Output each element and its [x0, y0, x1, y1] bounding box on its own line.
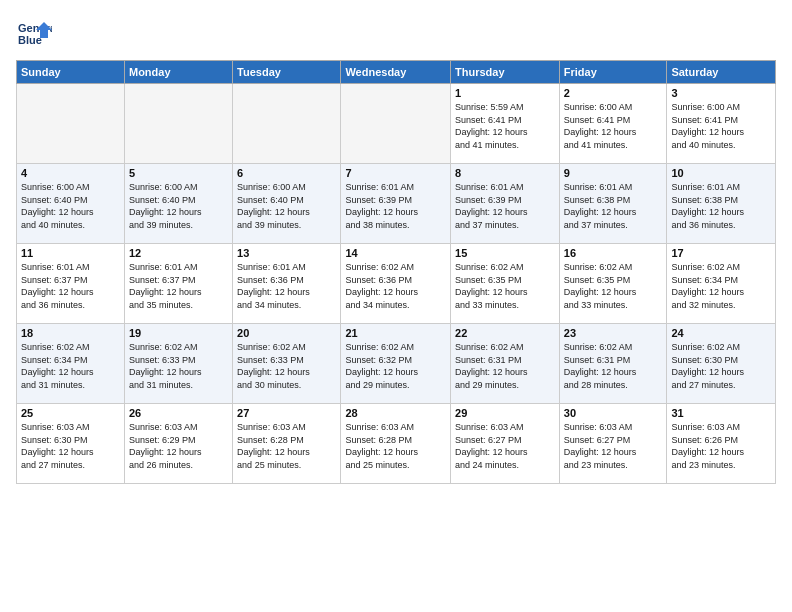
- calendar-cell: 22Sunrise: 6:02 AM Sunset: 6:31 PM Dayli…: [451, 324, 560, 404]
- calendar-cell: 16Sunrise: 6:02 AM Sunset: 6:35 PM Dayli…: [559, 244, 667, 324]
- day-info: Sunrise: 6:03 AM Sunset: 6:27 PM Dayligh…: [564, 421, 663, 471]
- day-number: 30: [564, 407, 663, 419]
- day-info: Sunrise: 6:03 AM Sunset: 6:28 PM Dayligh…: [345, 421, 446, 471]
- day-info: Sunrise: 6:02 AM Sunset: 6:31 PM Dayligh…: [455, 341, 555, 391]
- day-number: 16: [564, 247, 663, 259]
- day-info: Sunrise: 6:00 AM Sunset: 6:41 PM Dayligh…: [564, 101, 663, 151]
- day-info: Sunrise: 6:02 AM Sunset: 6:30 PM Dayligh…: [671, 341, 771, 391]
- calendar-cell: 3Sunrise: 6:00 AM Sunset: 6:41 PM Daylig…: [667, 84, 776, 164]
- calendar-cell: 30Sunrise: 6:03 AM Sunset: 6:27 PM Dayli…: [559, 404, 667, 484]
- calendar-cell: 27Sunrise: 6:03 AM Sunset: 6:28 PM Dayli…: [233, 404, 341, 484]
- day-info: Sunrise: 6:02 AM Sunset: 6:35 PM Dayligh…: [455, 261, 555, 311]
- calendar-cell: [124, 84, 232, 164]
- day-number: 17: [671, 247, 771, 259]
- calendar-cell: 29Sunrise: 6:03 AM Sunset: 6:27 PM Dayli…: [451, 404, 560, 484]
- day-number: 7: [345, 167, 446, 179]
- day-info: Sunrise: 6:00 AM Sunset: 6:40 PM Dayligh…: [21, 181, 120, 231]
- day-number: 9: [564, 167, 663, 179]
- day-number: 15: [455, 247, 555, 259]
- day-number: 28: [345, 407, 446, 419]
- page-header: General Blue: [16, 16, 776, 52]
- day-number: 23: [564, 327, 663, 339]
- day-number: 5: [129, 167, 228, 179]
- day-number: 31: [671, 407, 771, 419]
- calendar-cell: [233, 84, 341, 164]
- day-info: Sunrise: 6:01 AM Sunset: 6:38 PM Dayligh…: [564, 181, 663, 231]
- day-info: Sunrise: 6:03 AM Sunset: 6:28 PM Dayligh…: [237, 421, 336, 471]
- day-number: 13: [237, 247, 336, 259]
- day-number: 2: [564, 87, 663, 99]
- day-number: 8: [455, 167, 555, 179]
- calendar-cell: 23Sunrise: 6:02 AM Sunset: 6:31 PM Dayli…: [559, 324, 667, 404]
- weekday-header: Wednesday: [341, 61, 451, 84]
- day-info: Sunrise: 6:00 AM Sunset: 6:40 PM Dayligh…: [129, 181, 228, 231]
- day-number: 6: [237, 167, 336, 179]
- day-number: 3: [671, 87, 771, 99]
- calendar-cell: 9Sunrise: 6:01 AM Sunset: 6:38 PM Daylig…: [559, 164, 667, 244]
- day-info: Sunrise: 6:02 AM Sunset: 6:33 PM Dayligh…: [237, 341, 336, 391]
- calendar-cell: 10Sunrise: 6:01 AM Sunset: 6:38 PM Dayli…: [667, 164, 776, 244]
- calendar-cell: 15Sunrise: 6:02 AM Sunset: 6:35 PM Dayli…: [451, 244, 560, 324]
- day-info: Sunrise: 6:02 AM Sunset: 6:33 PM Dayligh…: [129, 341, 228, 391]
- weekday-header: Thursday: [451, 61, 560, 84]
- day-number: 14: [345, 247, 446, 259]
- weekday-header: Saturday: [667, 61, 776, 84]
- calendar-cell: 20Sunrise: 6:02 AM Sunset: 6:33 PM Dayli…: [233, 324, 341, 404]
- day-number: 24: [671, 327, 771, 339]
- day-info: Sunrise: 6:01 AM Sunset: 6:36 PM Dayligh…: [237, 261, 336, 311]
- calendar-cell: 31Sunrise: 6:03 AM Sunset: 6:26 PM Dayli…: [667, 404, 776, 484]
- day-info: Sunrise: 6:01 AM Sunset: 6:39 PM Dayligh…: [455, 181, 555, 231]
- day-info: Sunrise: 6:00 AM Sunset: 6:40 PM Dayligh…: [237, 181, 336, 231]
- day-number: 26: [129, 407, 228, 419]
- calendar-cell: 4Sunrise: 6:00 AM Sunset: 6:40 PM Daylig…: [17, 164, 125, 244]
- day-info: Sunrise: 6:03 AM Sunset: 6:26 PM Dayligh…: [671, 421, 771, 471]
- day-number: 1: [455, 87, 555, 99]
- calendar-cell: 13Sunrise: 6:01 AM Sunset: 6:36 PM Dayli…: [233, 244, 341, 324]
- day-number: 19: [129, 327, 228, 339]
- day-info: Sunrise: 6:02 AM Sunset: 6:34 PM Dayligh…: [671, 261, 771, 311]
- day-number: 21: [345, 327, 446, 339]
- calendar-cell: 8Sunrise: 6:01 AM Sunset: 6:39 PM Daylig…: [451, 164, 560, 244]
- calendar-cell: 19Sunrise: 6:02 AM Sunset: 6:33 PM Dayli…: [124, 324, 232, 404]
- calendar-cell: 14Sunrise: 6:02 AM Sunset: 6:36 PM Dayli…: [341, 244, 451, 324]
- day-number: 22: [455, 327, 555, 339]
- calendar-cell: 24Sunrise: 6:02 AM Sunset: 6:30 PM Dayli…: [667, 324, 776, 404]
- weekday-header: Tuesday: [233, 61, 341, 84]
- calendar-cell: 6Sunrise: 6:00 AM Sunset: 6:40 PM Daylig…: [233, 164, 341, 244]
- calendar-cell: [17, 84, 125, 164]
- day-info: Sunrise: 6:02 AM Sunset: 6:32 PM Dayligh…: [345, 341, 446, 391]
- day-info: Sunrise: 6:02 AM Sunset: 6:34 PM Dayligh…: [21, 341, 120, 391]
- day-number: 18: [21, 327, 120, 339]
- day-number: 11: [21, 247, 120, 259]
- day-info: Sunrise: 6:01 AM Sunset: 6:37 PM Dayligh…: [129, 261, 228, 311]
- calendar-cell: 2Sunrise: 6:00 AM Sunset: 6:41 PM Daylig…: [559, 84, 667, 164]
- day-info: Sunrise: 6:02 AM Sunset: 6:35 PM Dayligh…: [564, 261, 663, 311]
- calendar-cell: 1Sunrise: 5:59 AM Sunset: 6:41 PM Daylig…: [451, 84, 560, 164]
- calendar-cell: 25Sunrise: 6:03 AM Sunset: 6:30 PM Dayli…: [17, 404, 125, 484]
- calendar-table: SundayMondayTuesdayWednesdayThursdayFrid…: [16, 60, 776, 484]
- day-info: Sunrise: 5:59 AM Sunset: 6:41 PM Dayligh…: [455, 101, 555, 151]
- day-info: Sunrise: 6:01 AM Sunset: 6:38 PM Dayligh…: [671, 181, 771, 231]
- calendar-cell: 12Sunrise: 6:01 AM Sunset: 6:37 PM Dayli…: [124, 244, 232, 324]
- logo-icon: General Blue: [16, 16, 52, 52]
- day-number: 4: [21, 167, 120, 179]
- day-info: Sunrise: 6:01 AM Sunset: 6:37 PM Dayligh…: [21, 261, 120, 311]
- calendar-cell: 7Sunrise: 6:01 AM Sunset: 6:39 PM Daylig…: [341, 164, 451, 244]
- day-info: Sunrise: 6:01 AM Sunset: 6:39 PM Dayligh…: [345, 181, 446, 231]
- day-info: Sunrise: 6:00 AM Sunset: 6:41 PM Dayligh…: [671, 101, 771, 151]
- day-number: 20: [237, 327, 336, 339]
- weekday-header: Friday: [559, 61, 667, 84]
- calendar-cell: 5Sunrise: 6:00 AM Sunset: 6:40 PM Daylig…: [124, 164, 232, 244]
- day-info: Sunrise: 6:02 AM Sunset: 6:36 PM Dayligh…: [345, 261, 446, 311]
- day-number: 12: [129, 247, 228, 259]
- calendar-cell: 28Sunrise: 6:03 AM Sunset: 6:28 PM Dayli…: [341, 404, 451, 484]
- calendar-cell: 21Sunrise: 6:02 AM Sunset: 6:32 PM Dayli…: [341, 324, 451, 404]
- day-info: Sunrise: 6:03 AM Sunset: 6:29 PM Dayligh…: [129, 421, 228, 471]
- weekday-header: Sunday: [17, 61, 125, 84]
- day-info: Sunrise: 6:02 AM Sunset: 6:31 PM Dayligh…: [564, 341, 663, 391]
- day-number: 29: [455, 407, 555, 419]
- calendar-cell: 26Sunrise: 6:03 AM Sunset: 6:29 PM Dayli…: [124, 404, 232, 484]
- weekday-header: Monday: [124, 61, 232, 84]
- day-number: 27: [237, 407, 336, 419]
- calendar-cell: [341, 84, 451, 164]
